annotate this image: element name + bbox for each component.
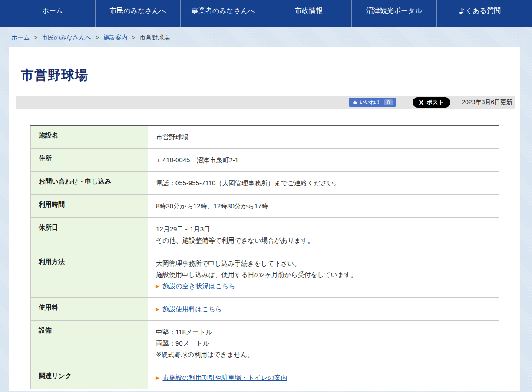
table-row: 設備中堅：118メートル両翼：90メートル※硬式野球の利用はできません。: [31, 321, 499, 366]
table-row: お問い合わせ・申し込み電話：055-955-7110（大岡管理事務所）までご連絡…: [31, 172, 499, 195]
facility-table-body: 施設名市営野球場住所〒410-0045 沼津市泉町2-1お問い合わせ・申し込み電…: [31, 126, 499, 389]
x-post-button[interactable]: X ポスト: [413, 97, 451, 108]
text-line: ※硬式野球の利用はできません。: [156, 349, 491, 360]
text-line: 両翼：90メートル: [156, 338, 491, 349]
row-value: 市営野球場: [148, 126, 499, 149]
table-link[interactable]: 施設使用料はこちら: [162, 303, 221, 315]
row-value: 〒410-0045 沼津市泉町2-1: [148, 149, 499, 172]
nav-item-4[interactable]: 沼津観光ポータル: [351, 0, 437, 27]
text-line: 施設使用申し込みは、使用する日の2ヶ月前から受付をしています。: [156, 269, 491, 280]
row-value: 電話：055-955-7110（大岡管理事務所）までご連絡ください。: [148, 172, 499, 195]
text-line: その他、施設整備等で利用できない場合があります。: [156, 235, 491, 246]
table-link[interactable]: 施設の空き状況はこちら: [162, 280, 235, 292]
row-label: 利用方法: [31, 252, 148, 298]
link-line: ▶市施設の利用割引や駐車場・トイレの案内: [156, 372, 491, 383]
table-row: 使用料▶施設使用料はこちら: [31, 298, 499, 321]
nav-item-1[interactable]: 市民のみなさんへ: [95, 0, 181, 27]
table-link[interactable]: 市施設の利用割引や駐車場・トイレの案内: [162, 372, 287, 383]
like-label: いいね！: [360, 99, 381, 106]
main-nav: ホーム市民のみなさんへ事業者のみなさんへ市政情報沼津観光ポータルよくある質問: [0, 0, 532, 27]
thumbs-up-icon: [352, 100, 357, 105]
content-box: 市営野球場 いいね！ 0 X ポスト 2023年3月6日更新 施設名市営野球場住…: [9, 47, 520, 391]
breadcrumb-separator: >: [132, 34, 135, 41]
text-line: 8時30分から12時、12時30分から17時: [156, 201, 491, 212]
page-title: 市営野球場: [21, 66, 520, 84]
breadcrumb-link[interactable]: 施設案内: [103, 34, 128, 41]
row-value: ▶市施設の利用割引や駐車場・トイレの案内: [148, 366, 499, 389]
row-label: 設備: [31, 321, 148, 366]
link-line: ▶施設の空き状況はこちら: [156, 280, 491, 292]
row-value: 12月29日～1月3日その他、施設整備等で利用できない場合があります。: [148, 218, 499, 252]
nav-item-0[interactable]: ホーム: [10, 0, 95, 27]
text-line: 中堅：118メートル: [156, 326, 491, 338]
row-value: ▶施設使用料はこちら: [148, 298, 499, 321]
text-line: 12月29日～1月3日: [156, 224, 491, 235]
text-line: 大岡管理事務所で申し込み手続きをして下さい。: [156, 258, 491, 269]
link-arrow-icon: ▶: [156, 372, 159, 383]
like-count: 0: [384, 99, 393, 105]
table-row: 関連リンク▶市施設の利用割引や駐車場・トイレの案内: [31, 366, 499, 389]
table-row: 住所〒410-0045 沼津市泉町2-1: [31, 149, 499, 172]
facebook-like-button[interactable]: いいね！ 0: [349, 98, 396, 107]
row-value: 大岡管理事務所で申し込み手続きをして下さい。施設使用申し込みは、使用する日の2ヶ…: [148, 252, 499, 298]
table-row: 施設名市営野球場: [31, 126, 499, 149]
breadcrumb-link[interactable]: ホーム: [11, 34, 30, 41]
row-value: 中堅：118メートル両翼：90メートル※硬式野球の利用はできません。: [148, 321, 499, 366]
row-label: 関連リンク: [31, 366, 148, 389]
row-label: お問い合わせ・申し込み: [31, 172, 148, 195]
table-row: 休所日12月29日～1月3日その他、施設整備等で利用できない場合があります。: [31, 218, 499, 252]
row-label: 使用料: [31, 298, 148, 321]
row-value: 8時30分から12時、12時30分から17時: [148, 195, 499, 218]
x-logo-icon: X: [419, 99, 424, 106]
breadcrumb-separator: >: [96, 34, 99, 41]
link-line: ▶施設使用料はこちら: [156, 303, 491, 315]
facility-table: 施設名市営野球場住所〒410-0045 沼津市泉町2-1お問い合わせ・申し込み電…: [30, 125, 499, 389]
breadcrumb-link[interactable]: 市民のみなさんへ: [42, 34, 91, 41]
text-line: 電話：055-955-7110（大岡管理事務所）までご連絡ください。: [156, 178, 491, 189]
text-line: 〒410-0045 沼津市泉町2-1: [156, 155, 491, 166]
breadcrumb-separator: >: [34, 34, 38, 41]
breadcrumb-current: 市営野球場: [139, 34, 170, 41]
link-arrow-icon: ▶: [156, 303, 159, 315]
row-label: 利用時間: [31, 195, 148, 218]
row-label: 休所日: [31, 218, 148, 252]
row-label: 住所: [31, 149, 148, 172]
updated-date: 2023年3月6日更新: [462, 99, 512, 106]
nav-item-2[interactable]: 事業者のみなさんへ: [180, 0, 266, 27]
link-arrow-icon: ▶: [156, 280, 159, 292]
row-label: 施設名: [31, 126, 148, 149]
nav-item-3[interactable]: 市政情報: [266, 0, 351, 27]
table-row: 利用時間8時30分から12時、12時30分から17時: [31, 195, 499, 218]
social-bar: いいね！ 0 X ポスト 2023年3月6日更新: [16, 96, 515, 109]
breadcrumb: ホーム>市民のみなさんへ>施設案内>市営野球場: [0, 27, 532, 47]
post-label: ポスト: [426, 99, 444, 106]
table-row: 利用方法大岡管理事務所で申し込み手続きをして下さい。施設使用申し込みは、使用する…: [31, 252, 499, 298]
text-line: 市営野球場: [156, 132, 491, 143]
nav-item-5[interactable]: よくある質問: [436, 0, 522, 27]
